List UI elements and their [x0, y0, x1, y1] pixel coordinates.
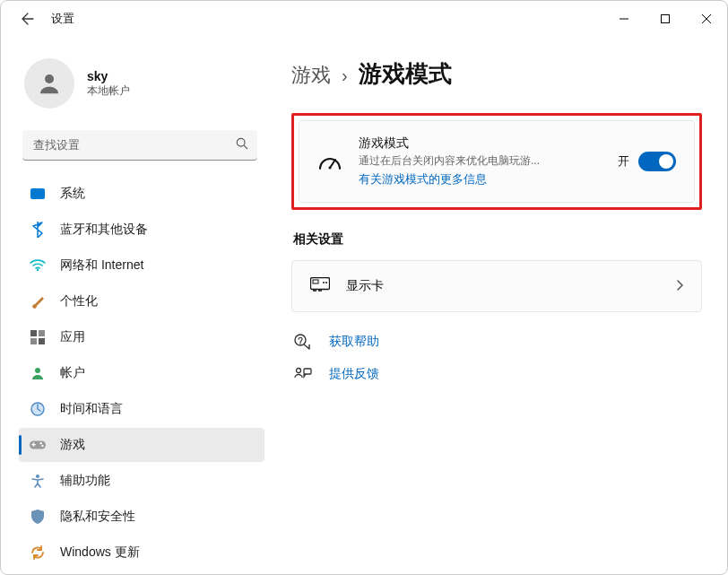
card-subtitle: 通过在后台关闭内容来优化电脑玩游...: [359, 153, 602, 169]
help-link[interactable]: 获取帮助: [293, 334, 702, 350]
svg-rect-6: [30, 338, 37, 344]
search-input[interactable]: [22, 130, 257, 161]
nav-item-privacy[interactable]: 隐私和安全性: [19, 500, 264, 534]
minimize-icon: [620, 14, 628, 23]
svg-point-18: [325, 282, 327, 283]
speedometer-icon: [317, 152, 342, 170]
nav-item-system[interactable]: 系统: [19, 177, 264, 211]
minimize-button[interactable]: [603, 4, 645, 33]
annotation-highlight: 游戏模式 通过在后台关闭内容来优化电脑玩游... 有关游戏模式的更多信息 开: [291, 113, 702, 210]
nav-label: 隐私和安全性: [60, 509, 135, 525]
game-mode-toggle[interactable]: [638, 152, 676, 171]
person-icon: [36, 70, 63, 97]
svg-point-13: [36, 475, 39, 478]
svg-rect-0: [662, 15, 670, 23]
svg-point-2: [237, 138, 245, 146]
svg-rect-5: [39, 330, 45, 336]
page-title: 游戏模式: [359, 58, 452, 90]
main-panel: 游戏 › 游戏模式 游戏模式 通过在后台关闭内容来优化电脑玩游... 有关游戏模…: [270, 37, 727, 574]
nav-list: 系统 蓝牙和其他设备 网络和 Internet 个性化 应用 帐户: [19, 177, 264, 570]
svg-point-20: [299, 343, 300, 344]
game-mode-card: 游戏模式 通过在后台关闭内容来优化电脑玩游... 有关游戏模式的更多信息 开: [299, 120, 695, 203]
profile-block[interactable]: sky 本地帐户: [24, 58, 264, 109]
svg-point-21: [297, 369, 301, 373]
close-button[interactable]: [686, 4, 727, 33]
search-box: [22, 130, 257, 161]
titlebar: 设置: [1, 1, 727, 37]
svg-rect-7: [39, 338, 45, 344]
feedback-icon: [293, 367, 313, 381]
nav-item-accessibility[interactable]: 辅助功能: [19, 464, 264, 498]
breadcrumb: 游戏 › 游戏模式: [291, 58, 702, 90]
svg-point-3: [37, 269, 39, 271]
svg-point-8: [35, 368, 40, 373]
nav-item-network[interactable]: 网络和 Internet: [19, 248, 264, 283]
nav-item-apps[interactable]: 应用: [19, 320, 264, 354]
breadcrumb-parent[interactable]: 游戏: [291, 62, 331, 89]
card-title: 游戏模式: [359, 135, 602, 152]
nav-item-bluetooth[interactable]: 蓝牙和其他设备: [19, 213, 264, 247]
arrow-left-icon: [21, 12, 35, 26]
feedback-link[interactable]: 提供反馈: [293, 366, 702, 382]
account-icon: [30, 365, 46, 381]
toggle-state-label: 开: [618, 153, 629, 170]
svg-rect-4: [30, 330, 37, 336]
sidebar: sky 本地帐户 系统 蓝牙和其他设备 网络和 Internet: [1, 37, 270, 574]
nav-label: 帐户: [60, 365, 85, 381]
svg-point-11: [39, 442, 41, 444]
nav-label: 蓝牙和其他设备: [60, 222, 148, 238]
svg-point-17: [323, 282, 325, 283]
back-button[interactable]: [10, 12, 46, 26]
nav-label: Windows 更新: [60, 545, 140, 561]
window-controls: [603, 4, 727, 33]
profile-name: sky: [87, 69, 130, 83]
nav-item-time-language[interactable]: 时间和语言: [19, 392, 264, 426]
nav-item-personalization[interactable]: 个性化: [19, 284, 264, 318]
help-link-label: 获取帮助: [329, 334, 379, 350]
svg-point-12: [41, 445, 43, 447]
avatar: [24, 58, 74, 109]
svg-point-14: [329, 167, 332, 170]
svg-point-1: [45, 74, 54, 83]
nav-label: 辅助功能: [60, 473, 110, 489]
brush-icon: [30, 293, 46, 309]
profile-subtitle: 本地帐户: [87, 83, 130, 99]
apps-icon: [30, 329, 46, 345]
chevron-right-icon: [676, 278, 683, 294]
nav-label: 个性化: [60, 293, 98, 309]
window-title: 设置: [51, 11, 74, 27]
wifi-icon: [30, 257, 46, 274]
card-learn-more-link[interactable]: 有关游戏模式的更多信息: [359, 172, 487, 187]
close-icon: [702, 14, 711, 23]
globe-clock-icon: [30, 401, 46, 417]
shield-icon: [30, 509, 46, 525]
nav-label: 时间和语言: [60, 401, 123, 417]
display-icon: [30, 186, 46, 202]
related-settings-heading: 相关设置: [293, 231, 702, 248]
nav-item-gaming[interactable]: 游戏: [19, 428, 264, 462]
related-row-label: 显示卡: [346, 278, 384, 294]
update-icon: [30, 545, 46, 561]
svg-rect-22: [304, 369, 311, 374]
gamepad-icon: [30, 437, 46, 453]
display-card-icon: [310, 277, 330, 295]
accessibility-icon: [30, 473, 46, 489]
nav-label: 游戏: [60, 437, 85, 453]
feedback-link-label: 提供反馈: [329, 366, 379, 382]
nav-item-windows-update[interactable]: Windows 更新: [19, 536, 264, 570]
help-icon: [293, 334, 313, 350]
nav-label: 应用: [60, 329, 85, 345]
bluetooth-icon: [30, 222, 46, 238]
nav-item-accounts[interactable]: 帐户: [19, 356, 264, 390]
nav-label: 系统: [60, 186, 85, 202]
nav-label: 网络和 Internet: [60, 257, 143, 274]
maximize-icon: [661, 14, 670, 23]
chevron-right-icon: ›: [342, 65, 348, 86]
related-row-display-adapter[interactable]: 显示卡: [291, 260, 702, 312]
svg-rect-16: [313, 280, 318, 283]
search-icon: [236, 137, 248, 153]
maximize-button[interactable]: [645, 4, 686, 33]
